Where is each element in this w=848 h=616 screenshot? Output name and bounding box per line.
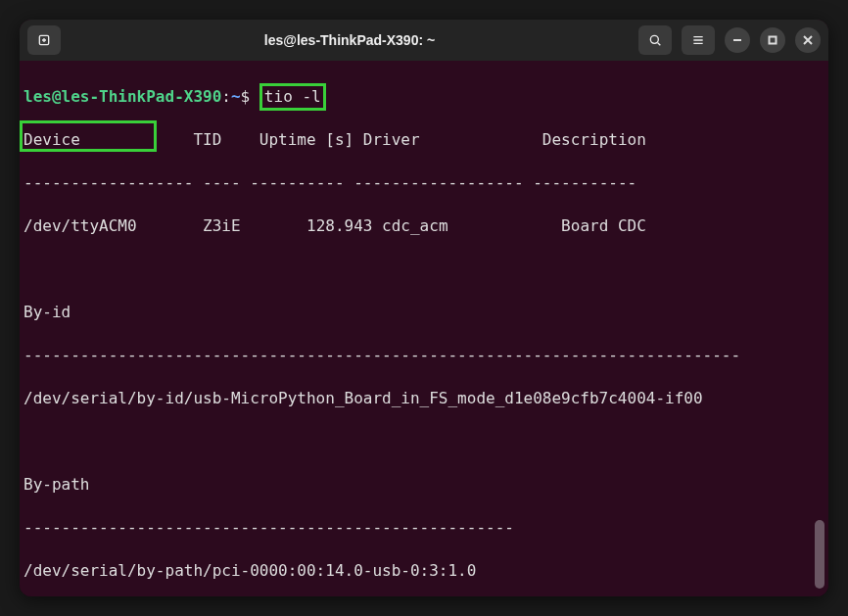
terminal-body[interactable]: les@les-ThinkPad-X390:~$ tio -l Device T… xyxy=(20,61,828,596)
highlight-command: tio -l xyxy=(259,83,326,111)
table-header: Device TID Uptime [s] Driver Description xyxy=(22,129,826,151)
window-title: les@les-ThinkPad-X390: ~ xyxy=(69,32,631,48)
cell-driver: cdc_acm xyxy=(382,216,448,235)
bypath-label: By-path xyxy=(22,474,826,496)
prompt-sep: : xyxy=(221,87,231,106)
menu-button[interactable] xyxy=(682,25,715,55)
terminal-window: les@les-ThinkPad-X390: ~ les@les-ThinkPa… xyxy=(20,20,828,596)
scrollbar-thumb[interactable] xyxy=(815,520,824,589)
close-button[interactable] xyxy=(795,27,821,53)
maximize-button[interactable] xyxy=(760,27,785,53)
svg-point-1 xyxy=(650,35,658,43)
cell-description: Board CDC xyxy=(561,216,646,235)
prompt-path: ~ xyxy=(231,87,241,106)
minimize-button[interactable] xyxy=(725,27,750,53)
byid-value: /dev/serial/by-id/usb-MicroPython_Board_… xyxy=(22,388,826,409)
byid-divider: ----------------------------------------… xyxy=(22,345,826,366)
search-button[interactable] xyxy=(638,25,672,55)
bypath-value-1: /dev/serial/by-path/pci-0000:00:14.0-usb… xyxy=(22,560,826,582)
cell-tid: Z3iE xyxy=(203,216,241,235)
table-row: /dev/ttyACM0 Z3iE 128.943 cdc_acm Board … xyxy=(22,215,826,237)
prompt-dollar: $ xyxy=(241,87,251,106)
prompt-userhost: les@les-ThinkPad-X390 xyxy=(24,87,221,106)
cell-uptime: 128.943 xyxy=(306,216,372,235)
titlebar: les@les-ThinkPad-X390: ~ xyxy=(20,20,828,61)
new-tab-button[interactable] xyxy=(27,25,61,55)
svg-rect-2 xyxy=(770,37,777,44)
table-divider: ------------------ ---- ---------- -----… xyxy=(22,172,826,194)
byid-label: By-id xyxy=(22,302,826,323)
bypath-divider: ----------------------------------------… xyxy=(22,517,826,539)
cell-device: /dev/ttyACM0 xyxy=(24,216,137,235)
